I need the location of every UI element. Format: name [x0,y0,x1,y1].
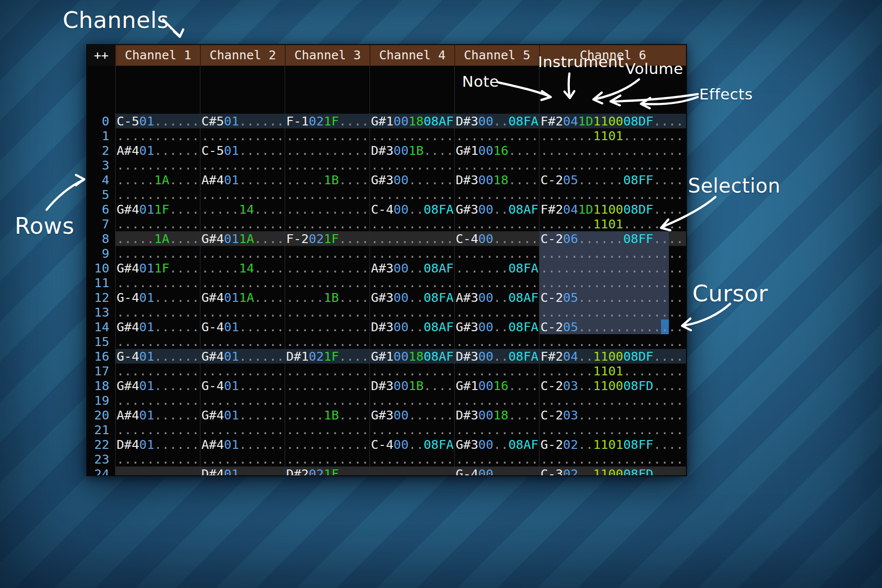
channel-header-2[interactable]: Channel 2 [200,45,285,66]
pattern-cell[interactable]: A#401...... [200,172,285,187]
pattern-cell[interactable]: ........... [115,187,200,202]
pattern-cell[interactable]: D#300..08AF [369,319,454,334]
channel-header-3[interactable]: Channel 3 [285,45,369,66]
pattern-cell[interactable]: ........... [454,334,539,349]
pattern-cell[interactable]: D#30018.... [454,408,539,422]
pattern-cell[interactable]: .......08FA [454,261,539,275]
pattern-cell[interactable]: ................... [539,334,686,349]
pattern-cell[interactable]: G#401...... [200,408,285,422]
pattern-cell[interactable]: ........... [200,187,285,202]
pattern-cell[interactable]: C-400...... [454,231,539,246]
pattern-cell[interactable]: C-203..110008FD.... [539,378,686,393]
pattern-cell[interactable]: ........... [200,275,285,290]
pattern-cell[interactable]: ........... [115,334,200,349]
channel-header-5[interactable]: Channel 5 [454,45,539,66]
pattern-cell[interactable]: .....14.... [200,261,285,275]
pattern-cell[interactable]: C-205.............. [539,319,686,334]
pattern-cell[interactable]: .......1101........ [539,128,686,143]
pattern-cell[interactable]: ........... [454,275,539,290]
pattern-cell[interactable]: ........... [200,422,285,437]
pattern-cell[interactable]: ........... [200,334,285,349]
pattern-cell[interactable]: ........... [285,364,369,378]
pattern-cell[interactable]: G#300..08FA [369,290,454,305]
pattern-cell[interactable]: ........... [200,452,285,466]
pattern-cell[interactable]: A#300..08AF [369,261,454,275]
pattern-cell[interactable]: ........... [454,452,539,466]
pattern-cell[interactable]: G#10016.... [454,143,539,158]
pattern-cell[interactable]: G#401...... [200,349,285,364]
pattern-cell[interactable]: ................... [539,393,686,408]
pattern-cell[interactable]: .....1A.... [115,231,200,246]
pattern-cell[interactable]: G#4011F.... [115,261,200,275]
pattern-cell[interactable]: ........... [285,422,369,437]
pattern-cell[interactable]: ........... [454,187,539,202]
pattern-cell[interactable]: D#3001B.... [369,143,454,158]
pattern-cell[interactable]: ........... [369,246,454,261]
pattern-cell[interactable]: C-302..110008FD.... [539,466,686,475]
pattern-cell[interactable]: ................... [539,422,686,437]
pattern-cell[interactable]: ........... [115,393,200,408]
pattern-cell[interactable]: C#501...... [200,114,285,128]
pattern-cell[interactable]: ........... [285,437,369,452]
pattern-cell[interactable]: ........... [200,393,285,408]
pattern-cell[interactable]: ........... [200,364,285,378]
pattern-cell[interactable]: ................... [539,158,686,172]
pattern-cell[interactable]: ........... [200,158,285,172]
pattern-cell[interactable]: ........... [200,217,285,231]
pattern-cell[interactable]: ........... [200,305,285,319]
pattern-cell[interactable]: G#300..08AF [454,437,539,452]
pattern-cell[interactable]: G-202..110108FF.... [539,437,686,452]
pattern-cell[interactable]: ................... [539,305,686,319]
pattern-cell[interactable]: G-401...... [200,319,285,334]
pattern-cell[interactable]: G#1001808AF [369,114,454,128]
pattern-cell[interactable]: D#300..08FA [454,349,539,364]
pattern-cell[interactable]: ........... [454,393,539,408]
pattern-cell[interactable]: D#401...... [200,466,285,475]
pattern-cell[interactable]: ........... [369,452,454,466]
pattern-cell[interactable]: .......1101........ [539,217,686,231]
pattern-cell[interactable]: F#2041D110008DF.... [539,202,686,217]
pattern-cell[interactable]: F#2041D110008DF.... [539,114,686,128]
pattern-cell[interactable]: ........... [285,378,369,393]
pattern-cell[interactable]: G-400...... [454,466,539,475]
channel-header-4[interactable]: Channel 4 [369,45,454,66]
pattern-cell[interactable]: ........... [369,393,454,408]
pattern-cell[interactable]: ........... [285,202,369,217]
pattern-cell[interactable]: F-1021F.... [285,114,369,128]
pattern-cell[interactable]: ........... [369,364,454,378]
pattern-cell[interactable]: ........... [369,128,454,143]
pattern-cell[interactable]: G#1001808AF [369,349,454,364]
pattern-cell[interactable]: G-401...... [200,378,285,393]
pattern-cell[interactable]: D#300..08FA [454,114,539,128]
pattern-cell[interactable]: G#300...... [369,172,454,187]
pattern-cell[interactable]: ........... [200,246,285,261]
pattern-cell[interactable]: G#10016.... [454,378,539,393]
channel-header-1[interactable]: Channel 1 [115,45,200,66]
pattern-cell[interactable]: ........... [285,217,369,231]
pattern-cell[interactable]: ........... [115,452,200,466]
pattern-cell[interactable]: ........... [115,305,200,319]
pattern-cell[interactable]: ........... [454,128,539,143]
pattern-cell[interactable]: G#4011A.... [200,290,285,305]
pattern-cell[interactable]: ........... [285,305,369,319]
pattern-cell[interactable]: ........... [115,128,200,143]
pattern-cell[interactable]: D#1021F.... [285,349,369,364]
pattern-cell[interactable]: D#30018.... [454,172,539,187]
pattern-cell[interactable]: ........... [285,246,369,261]
pattern-cell[interactable]: C-203.............. [539,408,686,422]
pattern-cell[interactable]: ................... [539,143,686,158]
pattern-cell[interactable]: D#3001B.... [369,378,454,393]
pattern-cell[interactable]: G-401...... [115,290,200,305]
pattern-cell[interactable]: .....1B.... [285,290,369,305]
pattern-cell[interactable]: ........... [285,128,369,143]
pattern-cell[interactable]: ........... [454,422,539,437]
pattern-cell[interactable]: A#300..08AF [454,290,539,305]
pattern-cell[interactable]: ........... [369,158,454,172]
pattern-cell[interactable]: ........... [285,393,369,408]
pattern-expand-button[interactable]: ++ [87,45,115,66]
pattern-cell[interactable]: ........... [115,217,200,231]
pattern-cell[interactable]: ........... [115,364,200,378]
pattern-cell[interactable]: C-501...... [200,143,285,158]
pattern-cell[interactable]: C-206......08FF.... [539,231,686,246]
pattern-cell[interactable]: ................... [539,261,686,275]
